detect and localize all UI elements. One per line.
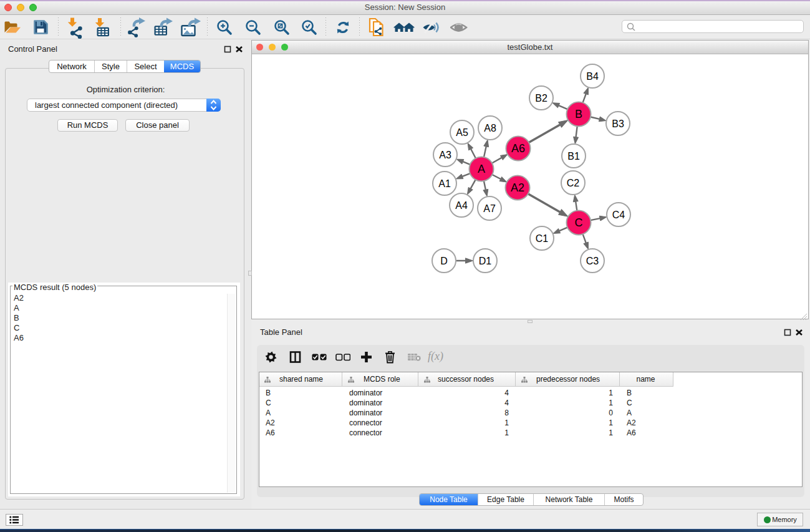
svg-text:B2: B2 <box>535 93 547 104</box>
svg-text:A8: A8 <box>484 123 496 133</box>
svg-text:B1: B1 <box>567 151 580 162</box>
svg-text:B: B <box>575 108 582 120</box>
svg-text:C2: C2 <box>567 178 580 188</box>
svg-text:C3: C3 <box>586 256 599 266</box>
svg-text:A5: A5 <box>456 127 468 138</box>
svg-text:C4: C4 <box>612 210 625 220</box>
svg-text:D1: D1 <box>479 256 492 266</box>
svg-text:A4: A4 <box>455 200 468 211</box>
svg-text:A7: A7 <box>483 203 496 214</box>
svg-text:A2: A2 <box>511 181 524 194</box>
svg-text:D: D <box>440 256 448 266</box>
svg-text:B4: B4 <box>586 71 599 82</box>
svg-text:A3: A3 <box>439 150 451 160</box>
svg-text:A1: A1 <box>438 178 451 189</box>
svg-text:A6: A6 <box>511 142 525 155</box>
svg-text:C: C <box>575 216 583 229</box>
svg-text:A: A <box>478 163 485 175</box>
svg-text:B3: B3 <box>612 118 624 129</box>
svg-text:C1: C1 <box>536 233 549 244</box>
